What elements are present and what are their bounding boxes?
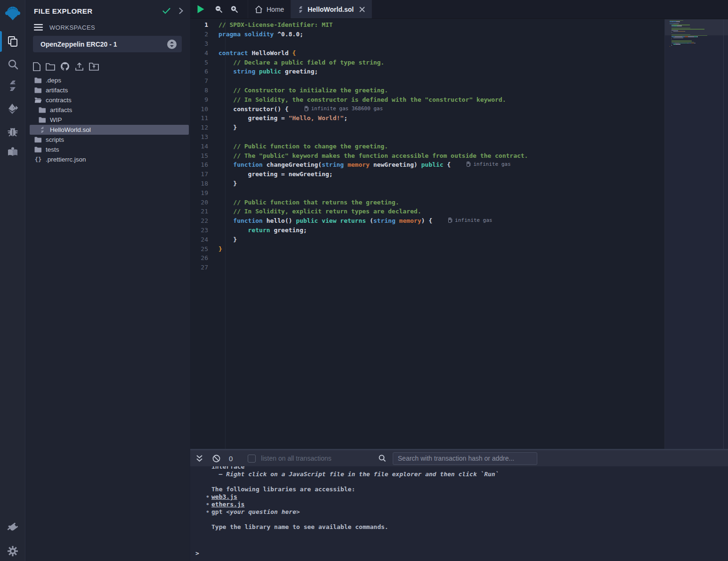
tab-label: Home	[267, 6, 284, 13]
tree-item-contracts[interactable]: contracts	[26, 95, 190, 105]
solidity-file-icon	[298, 6, 304, 13]
library-link-ethers-js[interactable]: ethers.js	[211, 501, 244, 508]
code-line-25[interactable]: 25}	[190, 244, 664, 253]
line-number: 15	[190, 152, 218, 159]
tree-item-label: artifacts	[46, 87, 68, 94]
code-line-11[interactable]: 11 greeting = "Hello, World!";	[190, 114, 664, 123]
editor-tabbar: Home HelloWorld.sol	[190, 0, 728, 19]
terminal-line: interface	[211, 466, 728, 471]
folder-icon	[34, 137, 42, 143]
code-line-24[interactable]: 24 }	[190, 235, 664, 244]
line-number: 26	[190, 254, 218, 261]
search-icon[interactable]	[0, 54, 25, 74]
folder-open-icon	[34, 97, 42, 103]
code-line-14[interactable]: 14 // Public function to change the gree…	[190, 141, 664, 151]
code-line-22[interactable]: 22 function hello() public view returns …	[190, 216, 664, 226]
zoom-in-icon[interactable]	[226, 0, 242, 18]
terminal-search-input[interactable]	[393, 452, 537, 465]
load-folder-icon[interactable]	[89, 62, 99, 71]
line-number: 7	[190, 77, 218, 84]
code-text: }	[218, 245, 222, 252]
search-icon	[379, 455, 386, 462]
code-line-23[interactable]: 23 return greeting;	[190, 226, 664, 235]
clear-circle-slash-icon[interactable]	[212, 455, 220, 463]
debugger-icon[interactable]	[0, 121, 25, 142]
tree-item-scripts[interactable]: scripts	[26, 135, 190, 145]
gas-estimate-badge: infinite gas 368600 gas	[305, 106, 383, 112]
code-line-5[interactable]: 5 // Declare a public field of type stri…	[190, 57, 664, 67]
workspace-select[interactable]: OpenZeppelin ERC20 - 1	[33, 36, 182, 52]
code-editor[interactable]: 1// SPDX-License-Identifier: MIT2pragma …	[190, 19, 664, 449]
folder-icon	[34, 77, 42, 83]
code-line-2[interactable]: 2pragma solidity ^0.8.0;	[190, 30, 664, 39]
tree-item-helloworld-sol[interactable]: HelloWorld.sol	[30, 125, 189, 135]
code-line-8[interactable]: 8 // Constructor to initialize the greet…	[190, 86, 664, 95]
check-icon[interactable]	[162, 8, 170, 14]
file-explorer-icon[interactable]	[0, 31, 25, 52]
code-text: // Declare a public field of type string…	[218, 59, 384, 66]
code-line-3[interactable]: 3	[190, 39, 664, 49]
settings-gear-icon[interactable]	[0, 541, 25, 561]
tab-home[interactable]: Home	[248, 0, 291, 18]
tree-item-wip[interactable]: WIP	[26, 115, 190, 125]
code-line-20[interactable]: 20 // Public function that returns the g…	[190, 197, 664, 207]
code-line-13[interactable]: 13	[190, 132, 664, 142]
terminal-output: interface – Right click on a JavaScript …	[190, 466, 728, 561]
terminal-line: •gpt <your question here>	[211, 508, 728, 516]
file-tree: .depsartifactscontractsartifactsWIPHello…	[26, 75, 190, 164]
tree-item--deps[interactable]: .deps	[26, 75, 190, 85]
terminal-prompt[interactable]: >	[195, 550, 199, 557]
listen-label: listen on all transactions	[261, 455, 331, 462]
deploy-run-icon[interactable]	[0, 98, 25, 119]
code-line-27[interactable]: 27	[190, 263, 664, 272]
solidity-compiler-icon[interactable]	[0, 75, 25, 96]
learneth-icon[interactable]	[0, 141, 25, 162]
code-text: // In Solidity, the constructor is defin…	[218, 96, 506, 103]
code-line-15[interactable]: 15 // The "public" keyword makes the fun…	[190, 151, 664, 160]
tree-item-artifacts[interactable]: artifacts	[26, 85, 190, 95]
plugin-manager-icon[interactable]	[0, 517, 25, 538]
tree-item-label: scripts	[46, 136, 64, 143]
code-line-17[interactable]: 17 greeting = newGreeting;	[190, 170, 664, 179]
run-play-icon[interactable]	[190, 0, 211, 18]
listen-checkbox[interactable]	[248, 455, 256, 463]
code-line-9[interactable]: 9 // In Solidity, the constructor is def…	[190, 95, 664, 104]
chevron-right-icon[interactable]	[179, 8, 183, 14]
tab-helloworld-sol[interactable]: HelloWorld.sol	[291, 0, 372, 18]
code-text: // Public function to change the greetin…	[218, 143, 388, 150]
library-link-web3-js[interactable]: web3.js	[211, 493, 237, 500]
new-file-icon[interactable]	[33, 62, 40, 71]
code-line-19[interactable]: 19	[190, 188, 664, 197]
double-chevron-down-icon[interactable]	[196, 455, 203, 462]
code-text: constructor() {infinite gas 368600 gas	[218, 106, 383, 113]
line-number: 4	[190, 49, 218, 57]
code-line-18[interactable]: 18 }	[190, 179, 664, 188]
code-line-21[interactable]: 21 // In Solidity, explicit return types…	[190, 207, 664, 216]
remix-logo-icon[interactable]	[0, 3, 25, 24]
new-folder-icon[interactable]	[46, 63, 55, 71]
code-line-6[interactable]: 6 string public greeting;	[190, 67, 664, 76]
code-line-4[interactable]: 4contract HelloWorld {	[190, 48, 664, 57]
github-icon[interactable]	[60, 62, 70, 71]
tree-item-label: HelloWorld.sol	[50, 126, 91, 133]
tree-item-artifacts[interactable]: artifacts	[26, 105, 190, 115]
line-number: 17	[190, 171, 218, 178]
code-line-12[interactable]: 12 }	[190, 123, 664, 132]
workspaces-menu-icon[interactable]	[34, 24, 43, 31]
close-icon[interactable]	[359, 7, 365, 12]
gas-estimate-badge: infinite gas	[467, 161, 510, 167]
upload-file-icon[interactable]	[75, 62, 84, 71]
fuel-pump-icon	[305, 106, 309, 111]
code-line-1[interactable]: 1// SPDX-License-Identifier: MIT	[190, 20, 664, 30]
code-line-7[interactable]: 7	[190, 76, 664, 86]
tree-item-tests[interactable]: tests	[26, 145, 190, 154]
code-text: }	[218, 124, 237, 131]
zoom-out-icon[interactable]	[211, 0, 226, 18]
code-line-16[interactable]: 16 function changeGreeting(string memory…	[190, 160, 664, 170]
minimap[interactable]	[670, 20, 717, 49]
code-line-26[interactable]: 26	[190, 253, 664, 263]
terminal-line	[211, 478, 728, 486]
code-line-10[interactable]: 10 constructor() {infinite gas 368600 ga…	[190, 104, 664, 114]
code-text: }	[218, 180, 237, 187]
tree-item--prettierrc-json[interactable]: {}.prettierrc.json	[26, 154, 190, 164]
